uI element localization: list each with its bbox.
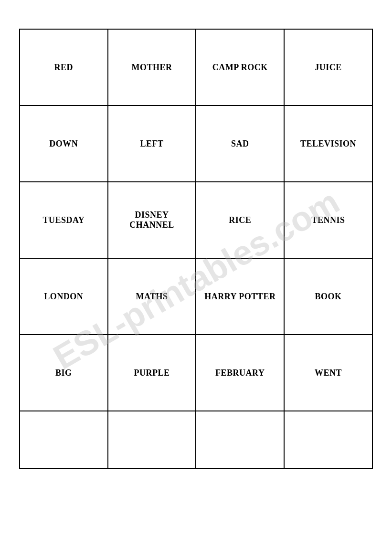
grid-cell-0-2: CAMP ROCK: [196, 29, 284, 105]
grid-cell-0-3: JUICE: [284, 29, 372, 105]
grid-cell-2-2: RICE: [196, 182, 284, 258]
grid-cell-4-0: BIG: [20, 335, 108, 411]
grid-cell-2-3: TENNIS: [284, 182, 372, 258]
grid-cell-0-0: RED: [20, 29, 108, 105]
grid-cell-3-0: LONDON: [20, 258, 108, 335]
grid-cell-4-3: WENT: [284, 335, 372, 411]
grid-cell-0-1: MOTHER: [108, 29, 196, 105]
grid-cell-3-3: BOOK: [284, 258, 372, 335]
grid-cell-4-2: FEBRUARY: [196, 335, 284, 411]
word-grid: REDMOTHERCAMP ROCKJUICEDOWNLEFTSADTELEVI…: [19, 29, 373, 469]
grid-cell-5-2: [196, 411, 284, 468]
grid-cell-5-1: [108, 411, 196, 468]
grid-cell-2-0: TUESDAY: [20, 182, 108, 258]
grid-cell-4-1: PURPLE: [108, 335, 196, 411]
grid-cell-1-1: LEFT: [108, 105, 196, 182]
grid-cell-3-1: MATHS: [108, 258, 196, 335]
grid-cell-1-3: TELEVISION: [284, 105, 372, 182]
grid-cell-5-3: [284, 411, 372, 468]
grid-cell-2-1: DISNEY CHANNEL: [108, 182, 196, 258]
grid-cell-3-2: HARRY POTTER: [196, 258, 284, 335]
grid-cell-1-0: DOWN: [20, 105, 108, 182]
grid-cell-1-2: SAD: [196, 105, 284, 182]
grid-cell-5-0: [20, 411, 108, 468]
